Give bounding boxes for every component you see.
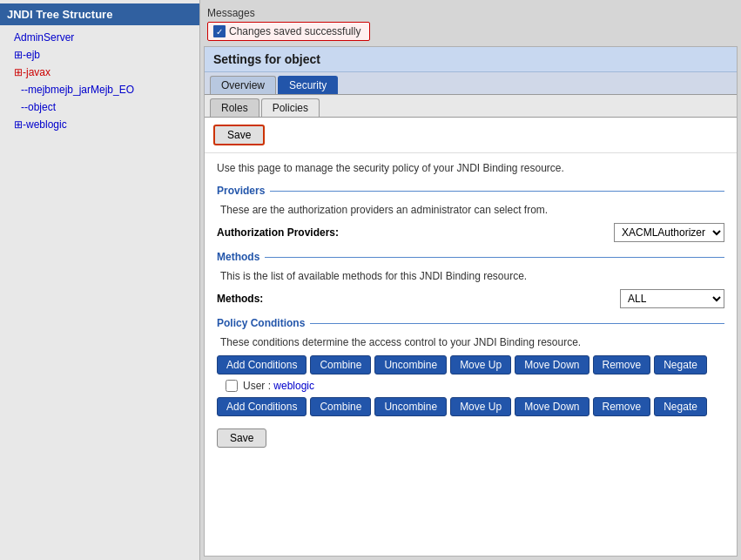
methods-title: Methods: [217, 251, 259, 263]
success-text: Changes saved successfully: [229, 25, 360, 37]
subtab-policies[interactable]: Policies: [261, 98, 320, 117]
tab-security[interactable]: Security: [278, 76, 338, 94]
messages-label: Messages: [207, 7, 734, 19]
sidebar: JNDI Tree Structure AdminServer ⊞-ejb ⊞-…: [0, 0, 200, 560]
main-content: Messages ✓ Changes saved successfully Se…: [200, 0, 741, 560]
policy-section-header: Policy Conditions: [217, 317, 724, 329]
tab-bar: Overview Security: [205, 72, 737, 95]
sidebar-item-ejb[interactable]: ⊞-ejb: [0, 46, 199, 64]
tab-overview[interactable]: Overview: [210, 76, 276, 94]
combine-button-2[interactable]: Combine: [310, 397, 371, 416]
condition-user-text: User :: [243, 380, 273, 392]
subtab-bar: Roles Policies: [205, 95, 737, 118]
subtab-roles[interactable]: Roles: [210, 98, 259, 117]
conditions-buttons-row2: Add Conditions Combine Uncombine Move Up…: [217, 397, 724, 416]
sidebar-item-adminserver[interactable]: AdminServer: [0, 29, 199, 46]
move-down-button-2[interactable]: Move Down: [515, 397, 589, 416]
negate-button-2[interactable]: Negate: [654, 397, 707, 416]
providers-title: Providers: [217, 185, 265, 197]
negate-button-1[interactable]: Negate: [654, 355, 707, 374]
add-conditions-button-1[interactable]: Add Conditions: [217, 355, 307, 374]
move-up-button-2[interactable]: Move Up: [450, 397, 511, 416]
uncombine-button-2[interactable]: Uncombine: [374, 397, 447, 416]
settings-header: Settings for object: [205, 47, 737, 72]
condition-checkbox-1[interactable]: [226, 380, 238, 392]
providers-section-header: Providers: [217, 185, 724, 197]
providers-desc: These are the authorization providers an…: [217, 204, 724, 216]
condition-row-1: User : weblogic: [217, 380, 724, 392]
remove-button-2[interactable]: Remove: [593, 397, 651, 416]
sidebar-item-weblogic[interactable]: ⊞-weblogic: [0, 116, 199, 133]
sidebar-title: JNDI Tree Structure: [0, 3, 199, 25]
policy-title: Policy Conditions: [217, 317, 305, 329]
check-icon: ✓: [213, 25, 226, 37]
providers-line: [270, 191, 724, 192]
auth-providers-label: Authorization Providers:: [217, 226, 391, 239]
add-conditions-button-2[interactable]: Add Conditions: [217, 397, 307, 416]
uncombine-button-1[interactable]: Uncombine: [374, 355, 447, 374]
sidebar-item-javax[interactable]: ⊞-javax: [0, 64, 199, 81]
policy-desc: These conditions determine the access co…: [217, 336, 724, 348]
content-area: Use this page to manage the security pol…: [205, 153, 737, 456]
sidebar-item-object[interactable]: --object: [0, 98, 199, 116]
auth-providers-row: Authorization Providers: XACMLAuthorizer: [217, 223, 724, 242]
auth-providers-select[interactable]: XACMLAuthorizer: [614, 223, 724, 242]
condition-label-1: User : weblogic: [243, 380, 314, 392]
conditions-buttons-row1: Add Conditions Combine Uncombine Move Up…: [217, 355, 724, 374]
save-button-bottom[interactable]: Save: [217, 428, 266, 448]
move-down-button-1[interactable]: Move Down: [515, 355, 589, 374]
methods-select[interactable]: ALL: [620, 289, 724, 308]
methods-line: [265, 257, 724, 258]
methods-row: Methods: ALL: [217, 289, 724, 308]
settings-panel: Settings for object Overview Security Ro…: [204, 46, 738, 557]
methods-control: ALL: [620, 289, 724, 308]
methods-label: Methods:: [217, 293, 391, 305]
remove-button-1[interactable]: Remove: [593, 355, 651, 374]
messages-area: Messages ✓ Changes saved successfully: [200, 3, 741, 46]
page-description: Use this page to manage the security pol…: [217, 162, 724, 174]
methods-desc: This is the list of available methods fo…: [217, 270, 724, 282]
policy-line: [310, 323, 724, 324]
save-button-top[interactable]: Save: [213, 125, 265, 145]
success-message: ✓ Changes saved successfully: [207, 22, 370, 41]
condition-user-link[interactable]: weblogic: [273, 380, 314, 392]
save-btn-area: Save: [205, 118, 737, 153]
auth-providers-control: XACMLAuthorizer: [614, 223, 724, 242]
methods-section-header: Methods: [217, 251, 724, 263]
sidebar-item-mejbmejb[interactable]: --mejbmejb_jarMejb_EO: [0, 81, 199, 98]
move-up-button-1[interactable]: Move Up: [450, 355, 511, 374]
combine-button-1[interactable]: Combine: [310, 355, 371, 374]
